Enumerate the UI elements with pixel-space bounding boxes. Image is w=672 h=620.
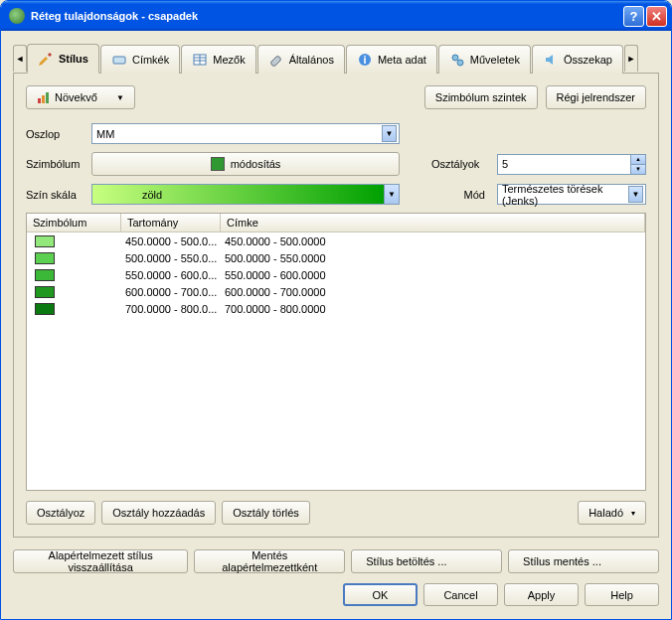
tab-scroll-left[interactable]: ◄ <box>13 45 27 72</box>
tab-metadata[interactable]: i Meta adat <box>346 45 437 74</box>
help-icon[interactable]: ? <box>623 6 644 27</box>
tab-label: Összekap <box>564 54 612 66</box>
table-header: Szimbólum Tartomány Címke <box>27 214 645 232</box>
table-row[interactable]: 550.0000 - 600.0...550.0000 - 600.0000 <box>27 266 645 283</box>
row-range: 500.0000 - 550.0... <box>121 252 221 264</box>
tab-label: Címkék <box>132 54 169 66</box>
row-swatch <box>35 252 55 264</box>
wrench-icon <box>268 52 284 68</box>
row-label: 550.0000 - 600.0000 <box>221 269 645 281</box>
row-label: 500.0000 - 550.0000 <box>221 252 645 264</box>
row-swatch <box>35 303 55 315</box>
save-as-default-button[interactable]: Mentés alapértelmezettként <box>194 549 345 573</box>
classify-button[interactable]: Osztályoz <box>26 501 95 525</box>
table-icon <box>192 52 208 68</box>
row-swatch <box>35 286 55 298</box>
symbol-label: Szimbólum <box>26 158 84 170</box>
chevron-down-icon: ▾ <box>631 509 635 518</box>
svg-rect-0 <box>113 57 125 64</box>
tab-label: Meta adat <box>378 54 426 66</box>
speaker-icon <box>543 52 559 68</box>
chevron-down-icon: ▼ <box>384 185 399 204</box>
row-label: 700.0000 - 800.0000 <box>221 303 645 315</box>
add-class-button[interactable]: Osztály hozzáadás <box>101 501 216 525</box>
gears-icon <box>449 52 465 68</box>
old-symbology-button[interactable]: Régi jelrendszer <box>546 85 646 109</box>
table-row[interactable]: 450.0000 - 500.0...450.0000 - 500.0000 <box>27 232 645 249</box>
window-title: Réteg tulajdonságok - csapadek <box>31 10 621 22</box>
column-select[interactable]: MM ▼ <box>91 123 400 144</box>
symbol-swatch <box>211 157 225 171</box>
table-row[interactable]: 700.0000 - 800.0...700.0000 - 800.0000 <box>27 300 645 317</box>
mode-select[interactable]: Természetes törések (Jenks) ▼ <box>497 184 646 205</box>
row-range: 450.0000 - 500.0... <box>121 235 221 247</box>
info-icon: i <box>357 52 373 68</box>
dialog-window: Réteg tulajdonságok - csapadek ? ✕ ◄ Stí… <box>0 0 672 620</box>
delete-class-button[interactable]: Osztály törlés <box>222 501 310 525</box>
table-row[interactable]: 500.0000 - 550.0...500.0000 - 550.0000 <box>27 249 645 266</box>
cancel-button[interactable]: Cancel <box>423 583 498 606</box>
svg-rect-11 <box>46 92 49 103</box>
tab-actions[interactable]: Műveletek <box>438 45 531 74</box>
th-symbol[interactable]: Szimbólum <box>27 214 121 232</box>
chevron-down-icon: ▼ <box>382 125 397 142</box>
th-range[interactable]: Tartomány <box>121 214 221 232</box>
close-icon[interactable]: ✕ <box>646 6 667 27</box>
mode-label: Mód <box>431 189 489 201</box>
mode-value: Természetes törések (Jenks) <box>502 183 641 207</box>
tag-icon <box>111 52 127 68</box>
ramp-label: Szín skála <box>26 189 84 201</box>
renderer-type-button[interactable]: Növekvő ▼ <box>26 85 135 109</box>
chevron-down-icon: ▼ <box>116 93 124 102</box>
app-icon <box>9 8 25 24</box>
symbol-levels-button[interactable]: Szimbólum szintek <box>424 85 538 109</box>
row-swatch <box>35 269 55 281</box>
svg-rect-9 <box>38 98 41 103</box>
style-panel: Növekvő ▼ Szimbólum szintek Régi jelrend… <box>13 74 659 538</box>
spin-up-icon[interactable]: ▲ <box>630 155 645 165</box>
row-label: 600.0000 - 700.0000 <box>221 286 645 298</box>
restore-default-style-button[interactable]: Alapértelmezett stílus visszaállítása <box>13 549 188 573</box>
th-label[interactable]: Címke <box>221 214 645 232</box>
tab-label: Stílus <box>59 53 88 65</box>
classes-spinbox[interactable]: 5 ▲▼ <box>497 154 646 175</box>
row-range: 700.0000 - 800.0... <box>121 303 221 315</box>
tab-label: Műveletek <box>470 54 520 66</box>
titlebar[interactable]: Réteg tulajdonságok - csapadek ? ✕ <box>1 1 671 31</box>
brush-icon <box>38 51 54 67</box>
table-row[interactable]: 600.0000 - 700.0...600.0000 - 700.0000 <box>27 283 645 300</box>
content: ◄ Stílus Címkék Mezők Általános <box>1 31 671 618</box>
column-label: Oszlop <box>26 128 84 140</box>
tab-label: Mezők <box>213 54 245 66</box>
svg-rect-10 <box>42 95 45 103</box>
row-label: 450.0000 - 500.0000 <box>221 235 645 247</box>
tab-row: ◄ Stílus Címkék Mezők Általános <box>13 43 659 74</box>
change-symbol-button[interactable]: módosítás <box>91 152 400 176</box>
tab-joins[interactable]: Összekap <box>532 45 623 74</box>
ramp-value: zöld <box>142 189 162 201</box>
load-style-button[interactable]: Stílus betöltés ... <box>351 549 502 573</box>
color-ramp-select[interactable]: zöld ▼ <box>91 184 400 205</box>
tab-labels[interactable]: Címkék <box>100 45 180 74</box>
change-label: módosítás <box>231 158 281 170</box>
row-swatch <box>35 235 55 247</box>
advanced-button[interactable]: Haladó ▾ <box>578 501 646 525</box>
class-table[interactable]: Szimbólum Tartomány Címke 450.0000 - 500… <box>26 213 646 491</box>
renderer-type-label: Növekvő <box>55 91 97 103</box>
svg-text:i: i <box>363 54 366 66</box>
column-value: MM <box>96 128 114 140</box>
classes-label: Osztályok <box>431 158 489 170</box>
graduated-icon <box>37 90 51 104</box>
apply-button[interactable]: Apply <box>504 583 579 606</box>
tab-style[interactable]: Stílus <box>27 44 99 74</box>
tab-fields[interactable]: Mezők <box>181 45 255 74</box>
spin-down-icon[interactable]: ▼ <box>630 165 645 174</box>
chevron-down-icon: ▼ <box>628 186 643 203</box>
svg-point-7 <box>452 55 458 61</box>
save-style-button[interactable]: Stílus mentés ... <box>508 549 659 573</box>
tab-label: Általános <box>289 54 334 66</box>
tab-scroll-right[interactable]: ► <box>624 45 638 72</box>
help-button[interactable]: Help <box>585 583 659 606</box>
ok-button[interactable]: OK <box>343 583 418 606</box>
tab-general[interactable]: Általános <box>257 45 345 74</box>
